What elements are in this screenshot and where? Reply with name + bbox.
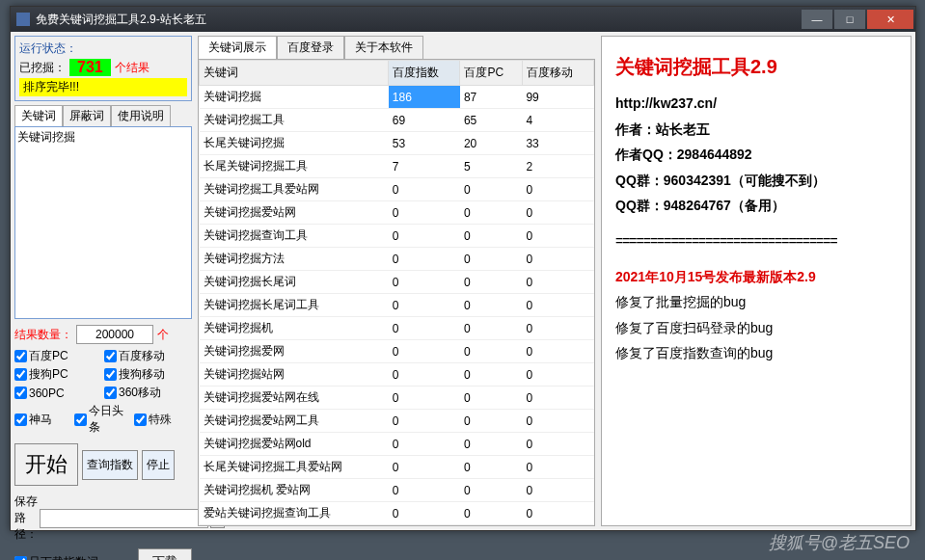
- close-button[interactable]: ✕: [867, 10, 913, 29]
- table-row[interactable]: 关键词挖掘机 爱站网000: [200, 479, 594, 502]
- info-qq: 作者QQ：2984644892: [615, 142, 897, 168]
- app-window: 免费关键词挖掘工具2.9-站长老五 — □ ✕ 运行状态： 已挖掘： 731 个…: [10, 6, 916, 531]
- result-count-input[interactable]: [76, 325, 153, 344]
- table-row[interactable]: 关键词挖掘方法000: [200, 248, 594, 271]
- info-title: 关键词挖掘工具2.9: [615, 48, 897, 85]
- app-icon: [16, 13, 30, 26]
- table-row[interactable]: 关键词挖掘爱网000: [200, 340, 594, 363]
- status-title: 运行状态：: [19, 40, 187, 57]
- check-360移动[interactable]: 360移动: [104, 385, 192, 401]
- table-row[interactable]: 爱站关键词挖掘查询工具000: [200, 502, 594, 525]
- result-count-label: 结果数量：: [14, 327, 72, 343]
- center-panel: 关键词展示百度登录关于本软件 关键词百度指数百度PC百度移动 关键词挖掘1868…: [196, 32, 597, 530]
- table-row[interactable]: 关键词挖掘爱站网在线000: [200, 387, 594, 410]
- results-table-wrap: 关键词百度指数百度PC百度移动 关键词挖掘1868799关键词挖掘工具69654…: [198, 59, 595, 526]
- changelog-item: 修复了批量挖掘的bug: [615, 289, 897, 315]
- titlebar[interactable]: 免费关键词挖掘工具2.9-站长老五 — □ ✕: [11, 7, 915, 32]
- minimize-button[interactable]: —: [802, 10, 832, 29]
- query-index-button[interactable]: 查询指数: [82, 450, 138, 480]
- left-tab-1[interactable]: 屏蔽词: [63, 105, 111, 126]
- info-url: http://kw237.cn/: [615, 91, 897, 117]
- check-搜狗移动[interactable]: 搜狗移动: [104, 366, 192, 383]
- left-panel: 运行状态： 已挖掘： 731 个结果 排序完毕!!! 关键词屏蔽词使用说明 关键…: [11, 32, 196, 530]
- main-tab-0[interactable]: 关键词展示: [198, 36, 277, 59]
- left-tabs: 关键词屏蔽词使用说明: [14, 105, 192, 126]
- main-tab-1[interactable]: 百度登录: [277, 36, 344, 59]
- col-1[interactable]: 百度指数: [389, 61, 460, 86]
- table-row[interactable]: 长尾关键词挖掘工具爱站网000: [200, 456, 594, 479]
- check-360PC[interactable]: 360PC: [14, 385, 102, 401]
- engine-checks: 百度PC百度移动搜狗PC搜狗移动360PC360移动神马今日头条特殊: [14, 348, 192, 438]
- table-row[interactable]: 关键词挖掘长尾词工具000: [200, 294, 594, 317]
- keyword-textarea[interactable]: 关键词挖掘: [14, 126, 192, 319]
- col-0[interactable]: 关键词: [200, 61, 389, 86]
- right-panel: 关键词挖掘工具2.9 http://kw237.cn/ 作者：站长老五 作者QQ…: [597, 32, 915, 530]
- release-note: 2021年10月15号发布最新版本2.9: [615, 264, 897, 290]
- info-group1: QQ群：960342391（可能搜不到）: [615, 168, 897, 194]
- left-tab-2[interactable]: 使用说明: [111, 105, 171, 126]
- table-row[interactable]: 关键词挖掘机000: [200, 317, 594, 340]
- save-path-label: 保存路径：: [14, 493, 38, 543]
- table-row[interactable]: 关键词挖掘工具爱站网000: [200, 178, 594, 201]
- info-group2: QQ群：948264767（备用）: [615, 193, 897, 219]
- table-row[interactable]: 关键词挖掘长尾词000: [200, 271, 594, 294]
- info-box: 关键词挖掘工具2.9 http://kw237.cn/ 作者：站长老五 作者QQ…: [601, 36, 911, 526]
- check-神马[interactable]: 神马: [14, 403, 72, 436]
- main-tab-2[interactable]: 关于本软件: [344, 36, 423, 59]
- changelog-item: 修复了百度扫码登录的bug: [615, 315, 897, 341]
- result-unit: 个: [157, 327, 169, 343]
- table-row[interactable]: 长尾关键词挖掘工具752: [200, 155, 594, 178]
- check-特殊[interactable]: 特殊: [134, 403, 192, 436]
- watermark: 搜狐号@老五SEO: [769, 531, 910, 554]
- save-path-input[interactable]: [40, 509, 208, 528]
- only-index-check[interactable]: 只下载指数词: [14, 554, 119, 561]
- table-row[interactable]: 关键词挖掘爱站网000: [200, 201, 594, 225]
- window-title: 免费关键词挖掘工具2.9-站长老五: [36, 12, 802, 28]
- stop-button[interactable]: 停止: [142, 450, 175, 480]
- dug-count: 731: [69, 59, 111, 76]
- col-2[interactable]: 百度PC: [460, 61, 523, 86]
- table-row[interactable]: 关键词挖掘站网000: [200, 363, 594, 387]
- table-row[interactable]: 关键词挖掘爱站网工具000: [200, 410, 594, 433]
- dug-label: 已挖掘：: [19, 60, 66, 76]
- status-done: 排序完毕!!!: [19, 78, 187, 96]
- dug-unit: 个结果: [115, 60, 150, 76]
- table-row[interactable]: 关键词挖掘查询工具000: [200, 225, 594, 248]
- table-row[interactable]: 关键词挖掘爱站网old000: [200, 433, 594, 456]
- download-button[interactable]: 下载: [138, 548, 192, 560]
- info-author: 作者：站长老五: [615, 117, 897, 143]
- col-3[interactable]: 百度移动: [522, 61, 593, 86]
- results-table: 关键词百度指数百度PC百度移动 关键词挖掘1868799关键词挖掘工具69654…: [199, 60, 594, 525]
- table-row[interactable]: 关键词挖掘1868799: [200, 86, 594, 109]
- check-百度PC[interactable]: 百度PC: [14, 348, 102, 364]
- check-今日头条[interactable]: 今日头条: [74, 403, 132, 436]
- divider: ================================: [615, 228, 897, 254]
- check-百度移动[interactable]: 百度移动: [104, 348, 192, 364]
- status-box: 运行状态： 已挖掘： 731 个结果 排序完毕!!!: [14, 36, 192, 101]
- changelog-item: 修复了百度指数查询的bug: [615, 340, 897, 366]
- main-tabs: 关键词展示百度登录关于本软件: [198, 36, 595, 59]
- table-row[interactable]: 关键词挖掘工具69654: [200, 109, 594, 132]
- table-row[interactable]: 长尾关键词挖掘532033: [200, 132, 594, 155]
- left-tab-0[interactable]: 关键词: [14, 105, 63, 126]
- check-搜狗PC[interactable]: 搜狗PC: [14, 366, 102, 383]
- maximize-button[interactable]: □: [834, 10, 865, 29]
- start-button[interactable]: 开始: [14, 443, 78, 486]
